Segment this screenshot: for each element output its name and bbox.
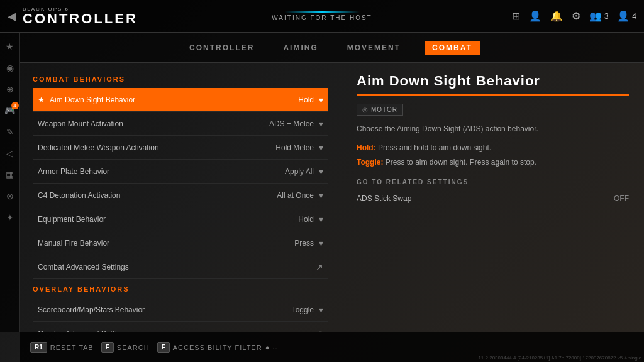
sidebar-item-profile[interactable]: ◉ — [1, 59, 19, 77]
nav-tabs: CONTROLLER AIMING MOVEMENT COMBAT — [20, 33, 644, 63]
tab-movement[interactable]: MOVEMENT — [342, 41, 406, 55]
setting-row-weapon-mount[interactable]: Weapon Mount Activation ADS + Melee ▾ — [33, 112, 328, 136]
detail-option-hold: Hold: Press and hold to aim down sight. — [357, 142, 629, 154]
settings-panel: COMBAT BEHAVIORS ★ Aim Down Sight Behavi… — [20, 63, 341, 332]
detail-description: Choose the Aiming Down Sight (ADS) actio… — [357, 123, 629, 134]
setting-row-scoreboard[interactable]: Scoreboard/Map/Stats Behavior Toggle ▾ — [33, 298, 328, 322]
top-bar-right: ⊞ 👤 🔔 ⚙ 👥 3 👤 4 — [512, 10, 636, 22]
dropdown-arrow-icon: ▾ — [319, 190, 323, 200]
left-sidebar: ★ ◉ ⊕ 🎮 4 ✎ ◁ ▦ ⊗ ✦ — [0, 33, 20, 332]
detail-badge: ◎ MOTOR — [357, 104, 403, 116]
page-title: CONTROLLER — [23, 12, 138, 26]
option-desc-hold: Press and hold to aim down sight. — [378, 143, 491, 152]
setting-name: Scoreboard/Map/Stats Behavior — [38, 305, 292, 314]
star-icon: ★ — [38, 96, 45, 104]
setting-name: Dedicated Melee Weapon Activation — [38, 143, 275, 152]
dropdown-arrow-icon: ▾ — [319, 143, 323, 153]
sidebar-item-weapon[interactable]: ⊕ — [1, 80, 19, 98]
dropdown-arrow-icon: ▾ — [319, 238, 323, 248]
option-label-toggle: Toggle: — [357, 158, 386, 167]
setting-row-armor[interactable]: Armor Plate Behavior Apply All ▾ — [33, 160, 328, 184]
related-row-ads-swap[interactable]: ADS Stick Swap OFF — [357, 190, 629, 207]
search-button[interactable]: F SEARCH — [101, 342, 150, 353]
sidebar-item-audio[interactable]: ◁ — [1, 145, 19, 162]
setting-name: Aim Down Sight Behavior — [50, 96, 298, 104]
overlay-section-header: OVERLAY BEHAVIORS — [33, 285, 328, 293]
dropdown-arrow-icon: ▾ — [319, 167, 323, 177]
top-bar-left: ◀ BLACK OPS 6 CONTROLLER — [8, 7, 138, 26]
setting-value: All at Once — [277, 191, 314, 200]
setting-value: Hold — [298, 215, 314, 224]
related-settings-header: GO TO RELATED SETTINGS — [357, 178, 629, 185]
search-label: SEARCH — [117, 344, 150, 351]
reset-key: R1 — [30, 342, 47, 353]
dots-label: ● ·· — [265, 344, 278, 351]
setting-value: Hold — [298, 96, 314, 104]
setting-row-manual-fire[interactable]: Manual Fire Behavior Press ▾ — [33, 231, 328, 255]
reset-label: RESET TAB — [50, 344, 94, 351]
accessibility-filter-button[interactable]: F ACCESSIBILITY FILTER ● ·· — [157, 342, 278, 353]
setting-value: Toggle — [292, 305, 314, 314]
top-bar-center: WAITING FOR THE HOST — [272, 11, 372, 21]
setting-value: Press — [294, 239, 314, 248]
sidebar-item-video[interactable]: ▦ — [1, 166, 19, 184]
social-icon[interactable]: 👤 4 — [617, 10, 636, 22]
sidebar-item-network[interactable]: ⊗ — [1, 187, 19, 205]
setting-name: Combat Advanced Settings — [38, 263, 316, 272]
setting-value: ADS + Melee — [269, 119, 314, 128]
dropdown-arrow-icon: ▾ — [319, 95, 323, 105]
sidebar-item-edit[interactable]: ✎ — [1, 123, 19, 141]
setting-name: Weapon Mount Activation — [38, 119, 269, 128]
related-name: ADS Stick Swap — [357, 194, 411, 203]
setting-row-overlay-advanced[interactable]: Overlay Advanced Settings ↗ — [33, 322, 328, 332]
detail-badge-label: MOTOR — [371, 106, 397, 113]
logo-area: BLACK OPS 6 CONTROLLER — [23, 7, 138, 26]
detail-panel: Aim Down Sight Behavior ◎ MOTOR Choose t… — [341, 63, 644, 332]
accessibility-key: F — [157, 342, 170, 353]
accessibility-label: ACCESSIBILITY FILTER — [173, 344, 262, 351]
sidebar-item-controller[interactable]: 🎮 4 — [1, 102, 19, 119]
tab-controller[interactable]: CONTROLLER — [184, 41, 259, 55]
setting-row-combat-advanced[interactable]: Combat Advanced Settings ↗ — [33, 255, 328, 279]
reset-tab-button[interactable]: R1 RESET TAB — [30, 342, 94, 353]
setting-name: C4 Detonation Activation — [38, 191, 277, 200]
option-label-hold: Hold: — [357, 143, 378, 152]
setting-name: Armor Plate Behavior — [38, 167, 285, 176]
setting-row-equipment[interactable]: Equipment Behavior Hold ▾ — [33, 207, 328, 231]
dropdown-arrow-icon: ▾ — [319, 214, 323, 224]
setting-name: Manual Fire Behavior — [38, 239, 294, 248]
option-desc-toggle: Press to aim down sight. Press again to … — [386, 158, 536, 167]
sidebar-item-favorites[interactable]: ★ — [1, 38, 19, 55]
search-key: F — [101, 342, 114, 353]
sidebar-badge: 4 — [11, 102, 19, 109]
combat-section-header: COMBAT BEHAVIORS — [33, 75, 328, 83]
gear-icon[interactable]: ⚙ — [572, 10, 580, 22]
related-value: OFF — [614, 194, 629, 203]
top-bar: ◀ BLACK OPS 6 CONTROLLER WAITING FOR THE… — [0, 0, 644, 33]
setting-row-ads[interactable]: ★ Aim Down Sight Behavior Hold ▾ — [33, 88, 328, 112]
players-icon[interactable]: 👥 3 — [589, 10, 609, 22]
external-link-icon: ↗ — [316, 262, 323, 272]
detail-title: Aim Down Sight Behavior — [357, 73, 629, 96]
back-arrow-icon[interactable]: ◀ — [8, 9, 16, 23]
waiting-bar — [284, 11, 360, 13]
tab-combat[interactable]: COMBAT — [425, 41, 480, 55]
setting-row-c4[interactable]: C4 Detonation Activation All at Once ▾ — [33, 184, 328, 207]
profile-icon[interactable]: 👤 — [529, 10, 541, 22]
main-content: COMBAT BEHAVIORS ★ Aim Down Sight Behavi… — [20, 63, 644, 332]
version-text: 11.2.20300444.4 [24-210235+1] A1.7h.7200… — [478, 355, 641, 361]
bell-icon[interactable]: 🔔 — [550, 10, 563, 22]
waiting-text: WAITING FOR THE HOST — [272, 14, 372, 21]
dropdown-arrow-icon: ▾ — [319, 119, 323, 129]
setting-name: Equipment Behavior — [38, 215, 298, 224]
setting-value: Hold Melee — [275, 143, 314, 152]
motor-icon: ◎ — [362, 106, 369, 113]
detail-option-toggle: Toggle: Press to aim down sight. Press a… — [357, 156, 629, 168]
setting-row-melee-weapon[interactable]: Dedicated Melee Weapon Activation Hold M… — [33, 136, 328, 160]
setting-value: Apply All — [285, 167, 314, 176]
grid-icon[interactable]: ⊞ — [512, 10, 520, 22]
sidebar-item-settings[interactable]: ✦ — [1, 209, 19, 226]
tab-aiming[interactable]: AIMING — [278, 41, 323, 55]
dropdown-arrow-icon: ▾ — [319, 305, 323, 315]
